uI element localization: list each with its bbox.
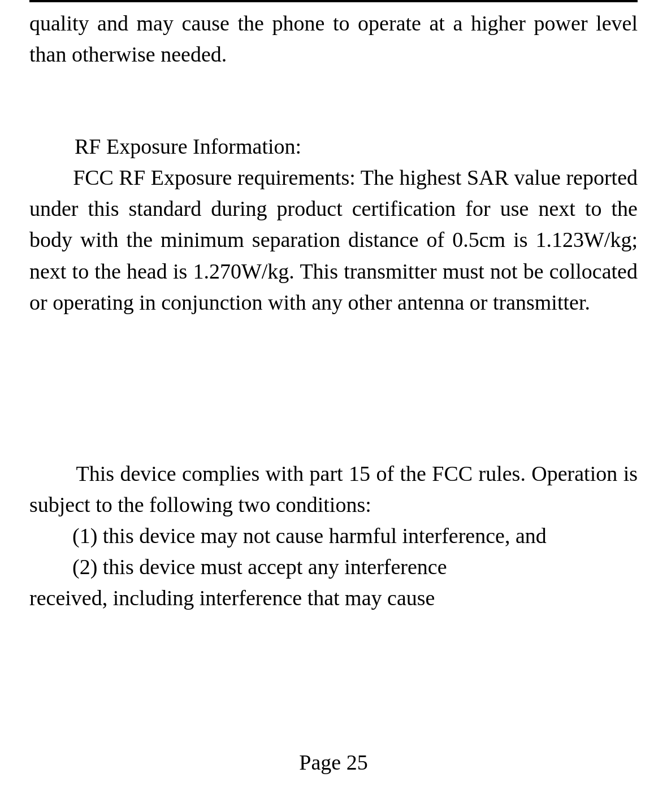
condition-1-indent	[29, 524, 72, 548]
intro-text: quality and may cause the phone to opera…	[29, 11, 638, 66]
rf-indent	[29, 166, 73, 189]
fcc-part15-section: This device complies with part 15 of the…	[29, 458, 638, 614]
page-container: quality and may cause the phone to opera…	[0, 0, 667, 812]
fcc-indent	[29, 462, 76, 485]
spacer-3	[29, 379, 638, 413]
rf-heading: RF Exposure Information:	[29, 131, 638, 162]
rf-exposure-section: RF Exposure Information: FCC RF Exposure…	[29, 131, 638, 318]
condition-1: (1) this device may not cause harmful in…	[29, 520, 638, 552]
condition-2-line2: received, including interference that ma…	[29, 583, 638, 614]
spacer-2	[29, 345, 638, 379]
fcc-device-intro: This device complies with part 15 of the…	[29, 458, 638, 520]
page-number: Page 25	[29, 747, 638, 778]
intro-paragraph: quality and may cause the phone to opera…	[29, 8, 638, 70]
condition-2-indent	[29, 555, 72, 579]
fcc-rf-text: FCC RF Exposure requirements: The highes…	[29, 162, 638, 318]
condition-2-line1: (2) this device must accept any interfer…	[29, 552, 638, 583]
spacer-1	[29, 97, 638, 131]
content-area: quality and may cause the phone to opera…	[29, 2, 638, 724]
